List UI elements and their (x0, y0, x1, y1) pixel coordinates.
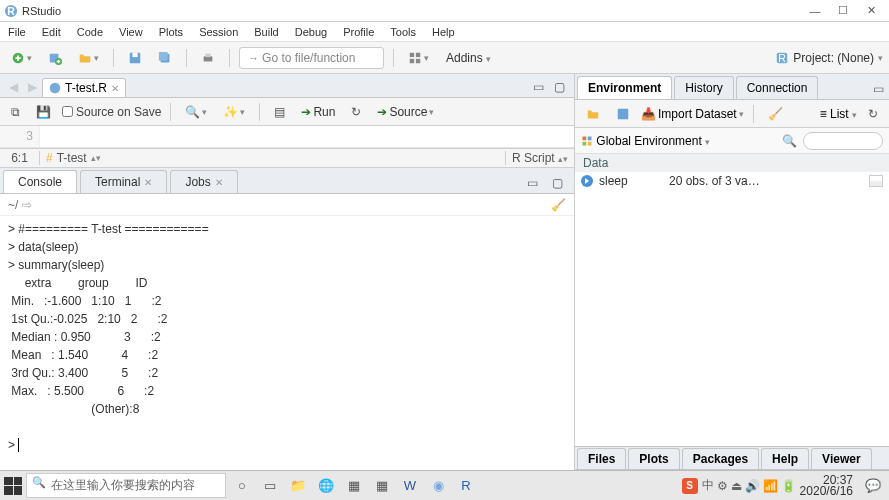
source-tab-ttest[interactable]: T-test.R ✕ (42, 78, 126, 97)
open-file-button[interactable]: ▾ (73, 48, 104, 68)
ime-badge[interactable]: S (682, 478, 698, 494)
function-picker[interactable]: # T-test ▴▾ (40, 151, 505, 165)
app-icon[interactable]: ▦ (370, 474, 394, 498)
wand-button[interactable]: ✨▾ (218, 102, 250, 122)
file-type-picker[interactable]: R Script ▴▾ (505, 151, 574, 165)
taskview-icon[interactable]: ▭ (258, 474, 282, 498)
project-menu[interactable]: R Project: (None) ▾ (775, 51, 883, 65)
menu-file[interactable]: File (8, 26, 26, 38)
browser-icon[interactable]: 🌐 (314, 474, 338, 498)
view-list-button[interactable]: ≡ List ▾ (820, 107, 857, 121)
maximize-console-icon[interactable]: ▢ (547, 173, 568, 193)
window-title: RStudio (22, 5, 801, 17)
refresh-env-icon[interactable]: ↻ (863, 104, 883, 124)
notifications-icon[interactable]: 💬 (861, 474, 885, 498)
tab-history[interactable]: History (674, 76, 733, 99)
system-tray[interactable]: 中 ⚙⏏🔊📶🔋 (702, 477, 796, 494)
r-taskbar-icon[interactable]: R (454, 474, 478, 498)
load-ws-button[interactable] (581, 104, 605, 124)
maximize-button[interactable]: ☐ (829, 4, 857, 17)
save-button[interactable] (123, 48, 147, 68)
close-tab-icon[interactable]: ✕ (111, 83, 119, 94)
source-toolbar: ⧉ 💾 Source on Save 🔍▾ ✨▾ ▤ ➔ Run ↻ ➔ Sou… (0, 98, 574, 126)
maximize-pane-icon[interactable]: ▢ (549, 77, 570, 97)
minimize-console-icon[interactable]: ▭ (522, 173, 543, 193)
tab-plots[interactable]: Plots (628, 448, 679, 469)
menu-edit[interactable]: Edit (42, 26, 61, 38)
new-project-button[interactable] (43, 48, 67, 68)
rstudio-taskbar-icon[interactable]: ◉ (426, 474, 450, 498)
clear-console-icon[interactable]: 🧹 (551, 198, 566, 212)
close-button[interactable]: ✕ (857, 4, 885, 17)
help-tabstrip: Files Plots Packages Help Viewer (575, 446, 889, 470)
view-table-icon[interactable] (869, 175, 883, 187)
save-all-button[interactable] (153, 48, 177, 68)
tab-connections[interactable]: Connection (736, 76, 819, 99)
source-tabstrip: ◀ ▶ T-test.R ✕ ▭ ▢ (0, 74, 574, 98)
menu-session[interactable]: Session (199, 26, 238, 38)
tab-files[interactable]: Files (577, 448, 626, 469)
print-button[interactable] (196, 48, 220, 68)
minimize-button[interactable]: — (801, 5, 829, 17)
minimize-env-icon[interactable]: ▭ (868, 79, 889, 99)
new-file-button[interactable]: ▾ (6, 48, 37, 68)
cortana-icon[interactable]: ○ (230, 474, 254, 498)
import-dataset-button[interactable]: 📥 Import Dataset ▾ (641, 107, 744, 121)
env-search-input[interactable] (803, 132, 883, 150)
nav-back-button[interactable]: ◀ (4, 77, 23, 97)
expand-icon[interactable] (581, 175, 593, 187)
addins-menu[interactable]: Addins ▾ (440, 51, 497, 65)
tab-jobs[interactable]: Jobs✕ (170, 170, 237, 193)
menu-plots[interactable]: Plots (159, 26, 183, 38)
notebook-button[interactable]: ▤ (269, 102, 290, 122)
rerun-button[interactable]: ↻ (346, 102, 366, 122)
save-src-button[interactable]: 💾 (31, 102, 56, 122)
env-scope-bar: Global Environment ▾ 🔍 (575, 128, 889, 154)
tab-viewer[interactable]: Viewer (811, 448, 871, 469)
r-file-icon (49, 82, 61, 94)
save-ws-button[interactable] (611, 104, 635, 124)
popout-button[interactable]: ⧉ (6, 102, 25, 122)
menu-tools[interactable]: Tools (390, 26, 416, 38)
menu-code[interactable]: Code (77, 26, 103, 38)
cursor-position[interactable]: 6:1 (0, 151, 40, 165)
explorer-icon[interactable]: 📁 (286, 474, 310, 498)
minimize-pane-icon[interactable]: ▭ (528, 77, 549, 97)
run-button[interactable]: ➔ Run (296, 102, 340, 122)
menu-view[interactable]: View (119, 26, 143, 38)
clear-env-button[interactable]: 🧹 (763, 104, 788, 124)
svg-rect-13 (410, 58, 414, 62)
project-icon: R (775, 51, 789, 65)
taskbar-clock[interactable]: 20:37 2020/6/16 (800, 475, 857, 497)
source-on-save-checkbox[interactable]: Source on Save (62, 105, 161, 119)
menu-debug[interactable]: Debug (295, 26, 327, 38)
tab-terminal[interactable]: Terminal✕ (80, 170, 167, 193)
word-icon[interactable]: W (398, 474, 422, 498)
ime-indicator[interactable]: 中 (702, 477, 714, 494)
menu-profile[interactable]: Profile (343, 26, 374, 38)
svg-rect-14 (416, 58, 420, 62)
tab-environment[interactable]: Environment (577, 76, 672, 99)
line-gutter: 3 (0, 126, 40, 147)
console-output[interactable]: > #========= T-test ============ > data(… (0, 216, 574, 470)
svg-rect-21 (583, 142, 587, 146)
taskbar-search[interactable]: 在这里输入你要搜索的内容 (26, 473, 226, 498)
grid-button[interactable]: ▾ (403, 48, 434, 68)
menu-help[interactable]: Help (432, 26, 455, 38)
goto-file-input[interactable]: → Go to file/function (239, 47, 384, 69)
svg-text:R: R (7, 4, 15, 16)
scope-picker[interactable]: Global Environment ▾ (581, 134, 710, 148)
tab-packages[interactable]: Packages (682, 448, 759, 469)
tab-console[interactable]: Console (3, 170, 77, 193)
source-button[interactable]: ➔ Source ▾ (372, 102, 439, 122)
goto-dir-icon[interactable]: ⇨ (22, 198, 32, 212)
menu-build[interactable]: Build (254, 26, 278, 38)
tab-help[interactable]: Help (761, 448, 809, 469)
find-button[interactable]: 🔍▾ (180, 102, 212, 122)
start-button[interactable] (4, 477, 22, 495)
nav-fwd-button[interactable]: ▶ (23, 77, 42, 97)
env-row-sleep[interactable]: sleep 20 obs. of 3 va… (575, 172, 889, 190)
working-dir[interactable]: ~/ (8, 198, 18, 212)
source-editor[interactable]: 3 (0, 126, 574, 148)
app-icon[interactable]: ▦ (342, 474, 366, 498)
